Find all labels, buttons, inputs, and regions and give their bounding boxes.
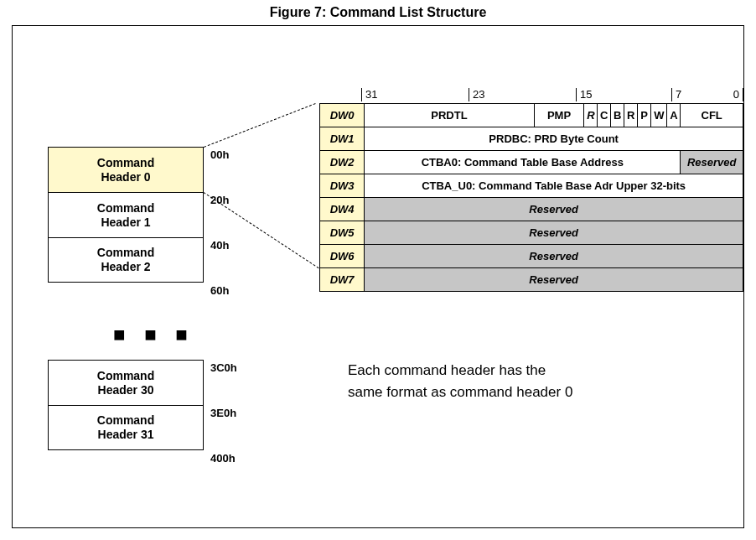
dw-label: DW2 (320, 151, 365, 174)
field-P: P (638, 104, 651, 127)
field-pmp: PMP (534, 104, 584, 127)
offset-label: 3C0h (210, 361, 237, 374)
note-text: Each command header has the same format … (348, 360, 572, 402)
dw-label: DW1 (320, 127, 365, 151)
dw-row-3: DW3 CTBA_U0: Command Table Base Adr Uppe… (320, 174, 743, 198)
offset-label: 3E0h (210, 407, 236, 419)
field-A: A (667, 104, 681, 127)
dw-row-4: DW4 Reserved (320, 198, 743, 221)
note-line: Each command header has the (348, 360, 572, 382)
header-list-top: Command Header 0 Command Header 1 Comman… (48, 147, 204, 283)
offset-label: 40h (210, 239, 229, 252)
field-W: W (651, 104, 667, 127)
dw-row-7: DW7 Reserved (320, 268, 743, 292)
dw-row-6: DW6 Reserved (320, 245, 743, 268)
command-header-31: Command Header 31 (48, 405, 204, 450)
dword-table: DW0 PRDTL PMP R C B R P W A CFL DW1 PRDB… (319, 103, 743, 292)
hdr-line: Command (97, 156, 154, 170)
command-header-0: Command Header 0 (48, 147, 204, 192)
field-prdtl: PRDTL (365, 104, 534, 127)
hdr-line: Header 30 (98, 383, 154, 397)
hdr-line: Header 31 (98, 428, 154, 442)
dw-row-1: DW1 PRDBC: PRD Byte Count (320, 127, 743, 151)
field-R: R (584, 104, 598, 127)
field-B: B (611, 104, 624, 127)
diagram-frame: Command Header 0 Command Header 1 Comman… (12, 25, 744, 528)
header-list-bottom: Command Header 30 Command Header 31 (48, 360, 204, 450)
field-reserved: Reserved (365, 268, 743, 292)
dw-row-2: DW2 CTBA0: Command Table Base Address Re… (320, 151, 743, 174)
offset-label: 00h (210, 148, 229, 161)
dw-label: DW3 (320, 174, 365, 198)
bit-tick-23: 23 (469, 88, 484, 101)
field-reserved: Reserved (365, 198, 743, 221)
hdr-line: Header 1 (101, 215, 150, 230)
figure-title: Figure 7: Command List Structure (0, 0, 756, 23)
connector-top (204, 103, 316, 148)
offset-label: 400h (210, 452, 236, 465)
field-ctba0: CTBA0: Command Table Base Address (365, 151, 681, 174)
hdr-line: Command (97, 201, 154, 215)
ellipsis: ■ ■ ■ (113, 323, 194, 346)
field-reserved: Reserved (681, 151, 743, 174)
dw-label: DW4 (320, 198, 365, 221)
command-header-30: Command Header 30 (48, 360, 204, 405)
offset-label: 60h (210, 284, 229, 297)
dw-label: DW7 (320, 268, 365, 292)
hdr-line: Command (97, 369, 154, 383)
field-R2: R (624, 104, 638, 127)
bit-tick-15: 15 (576, 88, 592, 101)
dw-label: DW6 (320, 245, 365, 268)
bit-tick-0: 0 (733, 88, 743, 101)
field-reserved: Reserved (365, 221, 743, 245)
field-C: C (598, 104, 611, 127)
hdr-line: Header 0 (101, 170, 150, 184)
command-header-1: Command Header 1 (48, 192, 204, 237)
hdr-line: Command (97, 413, 154, 428)
offset-label: 20h (210, 194, 229, 206)
dw-label: DW5 (320, 221, 365, 245)
field-reserved: Reserved (365, 245, 743, 268)
hdr-line: Header 2 (101, 260, 150, 274)
dw-row-0: DW0 PRDTL PMP R C B R P W A CFL (320, 104, 743, 127)
bit-scale: 31 23 15 7 0 (361, 88, 743, 103)
dw-row-5: DW5 Reserved (320, 221, 743, 245)
note-line: same format as command header 0 (348, 382, 572, 403)
dw-label: DW0 (320, 104, 365, 127)
command-header-2: Command Header 2 (48, 237, 204, 283)
hdr-line: Command (97, 246, 154, 260)
field-prdbc: PRDBC: PRD Byte Count (365, 127, 743, 151)
field-ctba-u0: CTBA_U0: Command Table Base Adr Upper 32… (365, 174, 743, 198)
bit-tick-31: 31 (361, 88, 377, 101)
bit-tick-7: 7 (671, 88, 681, 101)
field-cfl: CFL (681, 104, 743, 127)
